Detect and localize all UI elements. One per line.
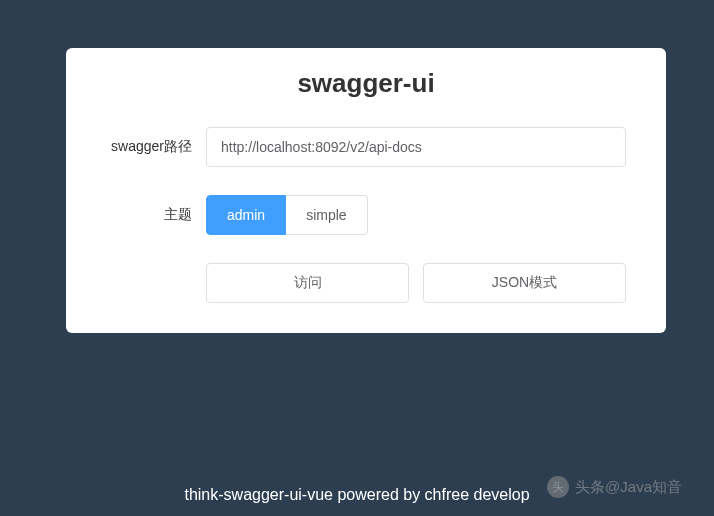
swagger-path-label: swagger路径 [106,138,206,156]
theme-radio-group: admin simple [206,195,626,235]
theme-control: admin simple [206,195,626,235]
watermark: 头 头条@Java知音 [547,476,682,498]
theme-option-admin[interactable]: admin [206,195,286,235]
swagger-path-control [206,127,626,167]
page-title: swagger-ui [106,68,626,99]
watermark-text: 头条@Java知音 [575,478,682,497]
action-buttons: 访问 JSON模式 [206,263,626,303]
theme-option-simple[interactable]: simple [286,195,367,235]
swagger-path-row: swagger路径 [106,127,626,167]
theme-label: 主题 [106,206,206,224]
watermark-icon: 头 [547,476,569,498]
json-mode-button[interactable]: JSON模式 [423,263,626,303]
config-card: swagger-ui swagger路径 主题 admin simple 访问 … [66,48,666,333]
theme-row: 主题 admin simple [106,195,626,235]
swagger-path-input[interactable] [206,127,626,167]
visit-button[interactable]: 访问 [206,263,409,303]
